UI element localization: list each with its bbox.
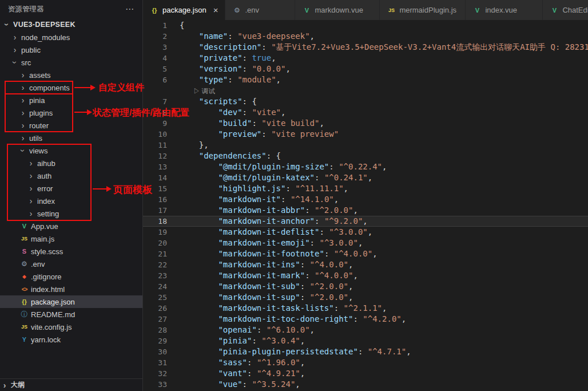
code-line-25[interactable]: 25 "markdown-it-sup": "^2.0.0", <box>143 292 588 303</box>
code-line-content: "markdown-it-deflist": "^3.0.0", <box>180 227 372 238</box>
code-line-17[interactable]: 17 "markdown-it-abbr": "^2.0.0", <box>143 205 588 216</box>
code-line-3[interactable]: 3 "description": "基于Vite7.2+Vue3.5+DeepS… <box>143 42 588 53</box>
tree-item-label: package.json <box>31 298 75 306</box>
tree-item-views[interactable]: ›views <box>0 144 142 157</box>
tree-item-router[interactable]: ›router <box>0 119 142 132</box>
code-line-1[interactable]: 1{ <box>143 20 588 31</box>
code-line-31[interactable]: 31 "sass": "^1.96.0", <box>143 357 588 368</box>
code-line-9[interactable]: 9 "build": "vite build", <box>143 118 588 129</box>
tree-item-components[interactable]: ›components <box>0 81 142 94</box>
code-line-12[interactable]: 12 "dependencies": { <box>143 151 588 161</box>
tree-item-main.js[interactable]: JSmain.js <box>0 232 142 245</box>
code-line-32[interactable]: 32 "vant": "^4.9.21", <box>143 368 588 379</box>
code-line-28[interactable]: 28 "openai": "^6.10.0", <box>143 325 588 335</box>
code-line-5[interactable]: 5 "version": "0.0.0", <box>143 64 588 74</box>
explorer-title: 资源管理器 <box>8 5 44 14</box>
code-line-30[interactable]: 30 "pinia-plugin-persistedstate": "^4.7.… <box>143 346 588 357</box>
tree-item-label: index.html <box>31 285 65 294</box>
tree-item-error[interactable]: ›error <box>0 182 142 195</box>
tab-ChatEditor.vue[interactable]: VChatEditor.vue <box>543 0 588 20</box>
scss-file-icon: S <box>19 248 29 255</box>
code-line-14[interactable]: 14 "@mdit/plugin-katex": "^0.24.1", <box>143 172 588 183</box>
project-root-item[interactable]: › VUE3-DEEPSEEK <box>0 18 142 31</box>
code-line-content: "markdown-it-toc-done-right": "^4.2.0", <box>180 314 406 325</box>
tab-package.json[interactable]: {}package.json× <box>143 0 225 20</box>
code-line-content: "markdown-it-abbr": "^2.0.0", <box>180 205 358 216</box>
tree-item-index[interactable]: ›index <box>0 195 142 207</box>
chevron-right-icon: › <box>26 169 35 182</box>
outline-section-header[interactable]: › 大纲 <box>0 378 142 391</box>
code-line-13[interactable]: 13 "@mdit/plugin-img-size": "^0.22.4", <box>143 161 588 172</box>
debug-codelens[interactable]: ▷ 调试 <box>193 88 215 94</box>
code-line-16[interactable]: 16 "markdown-it": "^14.1.0", <box>143 194 588 205</box>
code-editor[interactable]: 1{2 "name": "vue3-deepseek",3 "descripti… <box>143 20 588 391</box>
tree-item-setting[interactable]: ›setting <box>0 207 142 220</box>
code-line-21[interactable]: 21 "markdown-it-footnote": "^4.0.0", <box>143 248 588 259</box>
codelens-row[interactable]: ▷ 调试 <box>143 85 588 96</box>
code-line-10[interactable]: 10 "preview": "vite preview" <box>143 129 588 140</box>
chevron-right-icon: › <box>26 182 35 195</box>
code-line-11[interactable]: 11 }, <box>143 140 588 151</box>
tree-item-style.scss[interactable]: Sstyle.scss <box>0 245 142 258</box>
vue-icon: V <box>472 7 482 14</box>
line-number: 27 <box>143 314 180 325</box>
code-line-6[interactable]: 6 "type": "module", <box>143 74 588 85</box>
code-line-19[interactable]: 19 "markdown-it-deflist": "^3.0.0", <box>143 227 588 238</box>
tree-item-yarn.lock[interactable]: Yyarn.lock <box>0 333 142 346</box>
tree-item-index.html[interactable]: <>index.html <box>0 283 142 295</box>
code-line-2[interactable]: 2 "name": "vue3-deepseek", <box>143 31 588 42</box>
tree-item-pinia[interactable]: ›pinia <box>0 94 142 106</box>
chevron-right-icon: › <box>26 157 35 169</box>
line-number: 18 <box>143 216 180 227</box>
code-line-20[interactable]: 20 "markdown-it-emoji": "^3.0.0", <box>143 238 588 248</box>
close-icon[interactable]: × <box>213 6 218 14</box>
code-line-22[interactable]: 22 "markdown-it-ins": "^4.0.0", <box>143 259 588 270</box>
code-line-content: ▷ 调试 <box>180 85 215 96</box>
code-line-18[interactable]: 18 "markdown-it-anchor": "^9.2.0", <box>143 216 588 227</box>
editor-area: {}package.json×⚙.envVmarkdown.vueJSmerma… <box>143 0 588 391</box>
tree-item-auth[interactable]: ›auth <box>0 169 142 182</box>
tree-item-package.json[interactable]: {}package.json <box>0 295 142 308</box>
code-line-26[interactable]: 26 "markdown-it-task-lists": "^2.1.1", <box>143 303 588 314</box>
js-file-icon: JS <box>19 236 29 242</box>
tree-item-utils[interactable]: ›utils <box>0 132 142 144</box>
tree-item-vite.config.js[interactable]: JSvite.config.js <box>0 321 142 333</box>
more-actions-icon[interactable]: ⋯ <box>125 4 134 14</box>
tree-item-.env[interactable]: ⚙.env <box>0 258 142 270</box>
tab-.env[interactable]: ⚙.env <box>225 0 295 20</box>
line-number: 5 <box>143 64 180 74</box>
tree-item-App.vue[interactable]: VApp.vue <box>0 220 142 232</box>
tree-item-aihub[interactable]: ›aihub <box>0 157 142 169</box>
code-line-4[interactable]: 4 "private": true, <box>143 53 588 64</box>
tree-item-public[interactable]: ›public <box>0 44 142 56</box>
code-line-27[interactable]: 27 "markdown-it-toc-done-right": "^4.2.0… <box>143 314 588 325</box>
code-line-content: "vant": "^4.9.21", <box>180 368 305 379</box>
tree-item-README.md[interactable]: ⓘREADME.md <box>0 308 142 321</box>
tree-item-.gitignore[interactable]: ◆.gitignore <box>0 270 142 283</box>
chevron-right-icon: › <box>18 94 27 106</box>
tree-item-plugins[interactable]: ›plugins <box>0 106 142 119</box>
line-number: 28 <box>143 325 180 335</box>
line-number: 30 <box>143 346 180 357</box>
code-line-content: "vue": "^3.5.24", <box>180 379 300 390</box>
tree-item-node_modules[interactable]: ›node_modules <box>0 31 142 44</box>
tree-item-label: router <box>29 121 49 130</box>
code-line-15[interactable]: 15 "highlight.js": "^11.11.1", <box>143 183 588 194</box>
code-line-33[interactable]: 33 "vue": "^3.5.24", <box>143 379 588 390</box>
code-line-29[interactable]: 29 "pinia": "^3.0.4", <box>143 335 588 346</box>
code-line-23[interactable]: 23 "markdown-it-mark": "^4.0.0", <box>143 270 588 281</box>
tree-item-label: .env <box>31 260 45 268</box>
tree-item-src[interactable]: ›src <box>0 56 142 69</box>
code-line-24[interactable]: 24 "markdown-it-sub": "^2.0.0", <box>143 281 588 292</box>
tab-mermaidPlugin.js[interactable]: JSmermaidPlugin.js <box>380 0 466 20</box>
line-number: 29 <box>143 335 180 346</box>
code-line-content: "private": true, <box>180 53 276 64</box>
tree-item-assets[interactable]: ›assets <box>0 69 142 81</box>
code-line-7[interactable]: 7 "scripts": { <box>143 96 588 107</box>
tab-index.vue[interactable]: Vindex.vue <box>466 0 543 20</box>
line-number: 13 <box>143 161 180 172</box>
js-icon: JS <box>387 7 396 13</box>
code-line-8[interactable]: 8 "dev": "vite", <box>143 107 588 118</box>
tab-markdown.vue[interactable]: Vmarkdown.vue <box>295 0 380 20</box>
code-line-content: "markdown-it-task-lists": "^2.1.1", <box>180 303 387 314</box>
